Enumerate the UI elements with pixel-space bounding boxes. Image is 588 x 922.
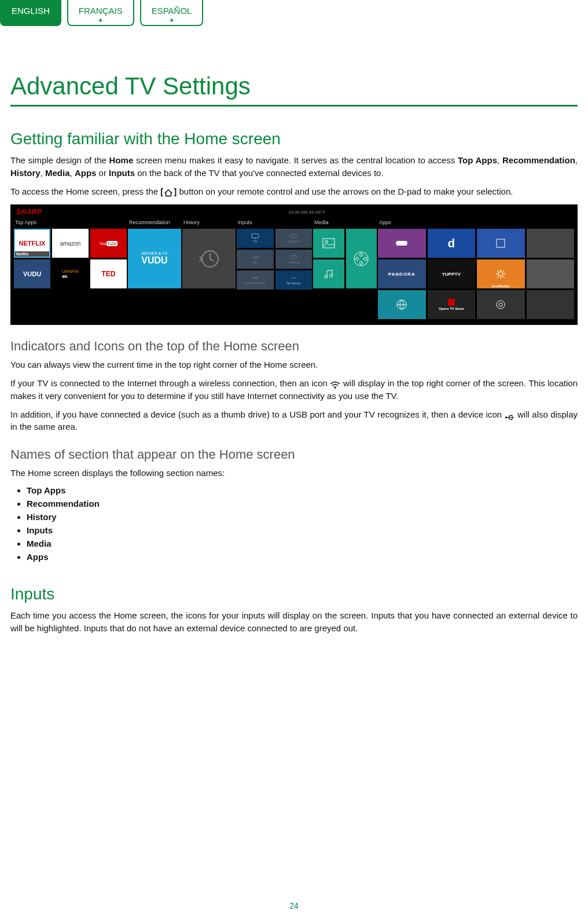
text: HDMI 1 xyxy=(288,240,299,243)
svg-point-4 xyxy=(256,257,258,258)
all-inputs-icon xyxy=(289,275,297,281)
app-tile-pandora: PANDORA xyxy=(378,259,426,288)
section-heading-inputs: Inputs xyxy=(10,585,578,603)
history-column: History xyxy=(182,219,236,319)
lang-label: ESPAÑOL xyxy=(152,6,192,16)
text: Top Apps xyxy=(458,155,497,165)
column-label: Media xyxy=(313,219,377,226)
section-list: Top Apps Recommendation History Inputs M… xyxy=(10,485,578,562)
svg-point-21 xyxy=(498,272,503,276)
text: AccuWeather xyxy=(491,284,510,288)
paragraph: Each time you access the Home screen, th… xyxy=(10,609,578,635)
svg-point-35 xyxy=(335,388,336,389)
page-number: 24 xyxy=(0,901,588,910)
text: , xyxy=(575,155,578,165)
paragraph: The Home screen displays the following s… xyxy=(10,467,578,480)
app-tile-generic xyxy=(527,259,575,288)
home-screen-screenshot: SHARP 10:00 AM 66-68°F Top Apps NETFLIXN… xyxy=(10,204,578,325)
list-item: Media xyxy=(27,539,578,548)
text: VUDU xyxy=(141,255,167,266)
status-bar: 10:00 AM 66-68°F xyxy=(42,210,572,215)
svg-line-26 xyxy=(497,270,498,272)
paragraph: To access the Home screen, press the [] … xyxy=(10,185,578,198)
paragraph: If your TV is connected to the Internet … xyxy=(10,377,578,403)
input-hdmi2-tile: HDMI 2 xyxy=(275,250,313,269)
input-tv-tile: TV xyxy=(237,229,274,248)
netflix-tile: NETFLIXNetflix xyxy=(14,229,50,258)
picture-icon xyxy=(322,238,335,248)
lang-tab-francais[interactable]: FRANÇAIS ▲ xyxy=(67,0,134,26)
media-column: Media xyxy=(313,219,377,319)
inputs-column: Inputs TV HDMI 1 AV HDMI 2 COMPONENT All… xyxy=(237,219,312,319)
music-icon xyxy=(323,268,335,280)
youtube-tile: YouTube xyxy=(90,229,127,258)
text: , xyxy=(70,168,75,178)
svg-point-8 xyxy=(291,277,292,279)
column-label: Apps xyxy=(378,219,574,226)
list-item: Apps xyxy=(27,552,578,562)
input-all-tile: All Inputs xyxy=(275,270,313,290)
svg-point-3 xyxy=(253,257,255,258)
tv-icon xyxy=(251,233,259,239)
text: History xyxy=(10,168,41,178)
app-tile-opera: Opera TV Store xyxy=(428,290,476,319)
text: on the back of the TV that you've connec… xyxy=(135,168,384,178)
text: or xyxy=(96,168,109,178)
recommendation-column: Recommendation - MOVIES & TV - VUDU xyxy=(128,219,181,319)
text: Apps xyxy=(75,168,97,178)
app-tile-generic xyxy=(527,229,575,258)
lang-tab-espanol[interactable]: ESPAÑOL ▲ xyxy=(140,0,204,26)
svg-point-5 xyxy=(252,277,254,279)
list-item: History xyxy=(27,512,578,522)
page-content: Advanced TV Settings Getting familiar wi… xyxy=(0,72,588,634)
ted-tile: TED xyxy=(90,259,127,288)
app-tile-yupptv: YUPPTV xyxy=(428,259,476,288)
hdmi-icon xyxy=(289,254,297,260)
text: Netflix xyxy=(15,251,49,257)
text: Recommendation xyxy=(502,155,575,165)
svg-point-6 xyxy=(255,277,256,279)
svg-rect-20 xyxy=(497,239,505,247)
text: , xyxy=(41,168,45,178)
text: In addition, if you have connected a dev… xyxy=(10,409,505,419)
history-tile xyxy=(182,229,236,288)
app-tile-accuweather: AccuWeather xyxy=(477,259,525,288)
text: To access the Home screen, press the xyxy=(10,186,160,196)
chevron-up-icon: ▲ xyxy=(79,17,123,23)
app-tile-d: d xyxy=(428,229,476,258)
app-icon xyxy=(495,238,506,248)
app-tile-generic xyxy=(527,290,575,319)
language-tabs: ENGLISH ▲ FRANÇAIS ▲ ESPAÑOL ▲ xyxy=(0,0,588,26)
amazon-tile: amazon xyxy=(52,229,89,258)
svg-line-28 xyxy=(497,277,498,278)
svg-point-39 xyxy=(511,419,512,420)
svg-point-15 xyxy=(364,257,367,260)
film-reel-icon xyxy=(352,250,370,268)
text: AV xyxy=(253,261,258,264)
section-heading-home: Getting familiar with the Home screen xyxy=(10,130,578,148)
subsection-heading-names: Names of section that appear on the Home… xyxy=(10,447,578,462)
app-tile-generic xyxy=(477,229,525,258)
svg-point-13 xyxy=(354,252,368,266)
gamepad-icon xyxy=(395,239,409,248)
paragraph: The simple design of the Home screen men… xyxy=(10,154,578,180)
column-label: History xyxy=(182,219,236,226)
svg-point-10 xyxy=(295,277,296,279)
media-photo-tile xyxy=(313,229,344,258)
text: The simple design of the xyxy=(10,155,109,165)
chevron-up-icon: ▲ xyxy=(152,17,192,23)
text: All Inputs xyxy=(286,281,301,285)
text: - MOVIES & TV - xyxy=(139,251,170,255)
recommendation-tile: - MOVIES & TV - VUDU xyxy=(128,229,181,288)
history-icon xyxy=(197,247,220,270)
svg-point-17 xyxy=(356,257,359,260)
globe-icon xyxy=(395,298,408,311)
text: You xyxy=(100,242,106,246)
input-hdmi1-tile: HDMI 1 xyxy=(275,229,313,248)
text: 4K xyxy=(62,274,68,279)
lang-label: ENGLISH xyxy=(12,6,50,16)
text: Tube xyxy=(106,241,118,246)
brand-logo: SHARP xyxy=(16,208,42,216)
text: button on your remote control and use th… xyxy=(177,186,513,196)
lang-tab-english[interactable]: ENGLISH ▲ xyxy=(0,0,61,26)
